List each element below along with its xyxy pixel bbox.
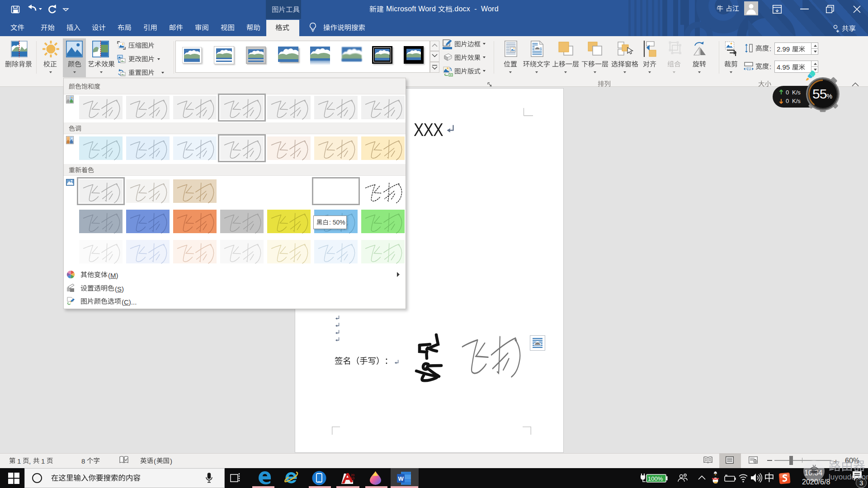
- svg-text:K/s: K/s: [792, 89, 801, 96]
- svg-text:K/s: K/s: [792, 98, 801, 104]
- svg-text:0: 0: [786, 89, 789, 96]
- svg-text:0: 0: [786, 98, 789, 104]
- svg-text:20: 20: [351, 474, 354, 477]
- svg-text:100%: 100%: [648, 475, 663, 482]
- svg-text:W: W: [398, 475, 404, 482]
- svg-text:10: 10: [351, 477, 354, 480]
